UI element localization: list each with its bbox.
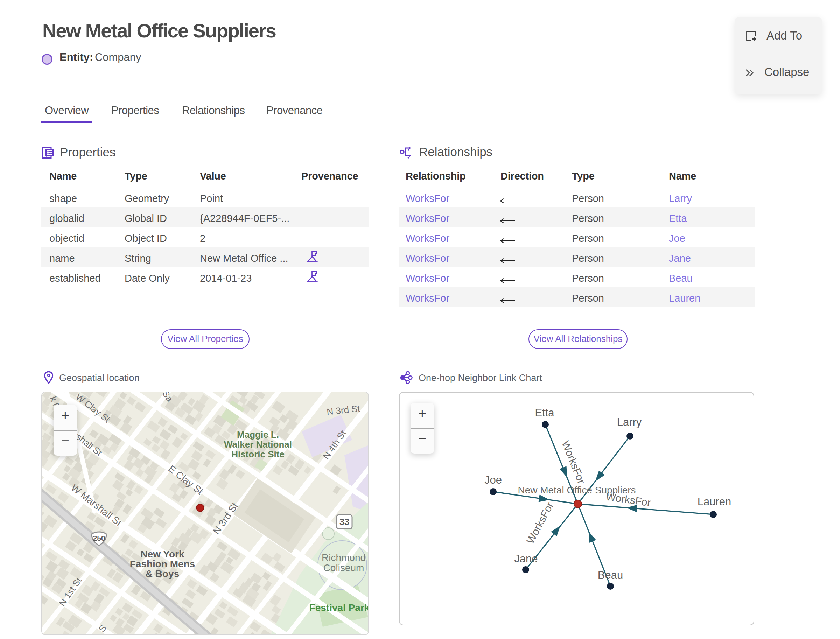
svg-text:Richmond: Richmond (321, 552, 366, 563)
svg-text:Lauren: Lauren (698, 496, 732, 508)
svg-text:Historic Site: Historic Site (231, 449, 285, 459)
svg-text:Jane: Jane (514, 553, 538, 565)
svg-text:Maggie L.: Maggie L. (237, 429, 279, 440)
svg-text:250: 250 (93, 534, 105, 542)
svg-text:Joe: Joe (484, 474, 502, 486)
svg-text:Etta: Etta (535, 407, 554, 419)
svg-text:& Boys: & Boys (146, 568, 179, 579)
svg-text:Larry: Larry (617, 416, 642, 428)
svg-text:Beau: Beau (598, 569, 623, 581)
svg-text:New Metal Office Suppliers: New Metal Office Suppliers (518, 485, 636, 496)
svg-text:WorksFor: WorksFor (560, 439, 587, 485)
svg-text:Fashion Mens: Fashion Mens (130, 558, 195, 569)
svg-text:Festival Park: Festival Park (309, 602, 369, 613)
svg-text:Coliseum: Coliseum (323, 563, 364, 573)
svg-text:Walker National: Walker National (224, 439, 292, 450)
svg-text:New York: New York (140, 549, 184, 560)
svg-text:33: 33 (339, 517, 349, 527)
